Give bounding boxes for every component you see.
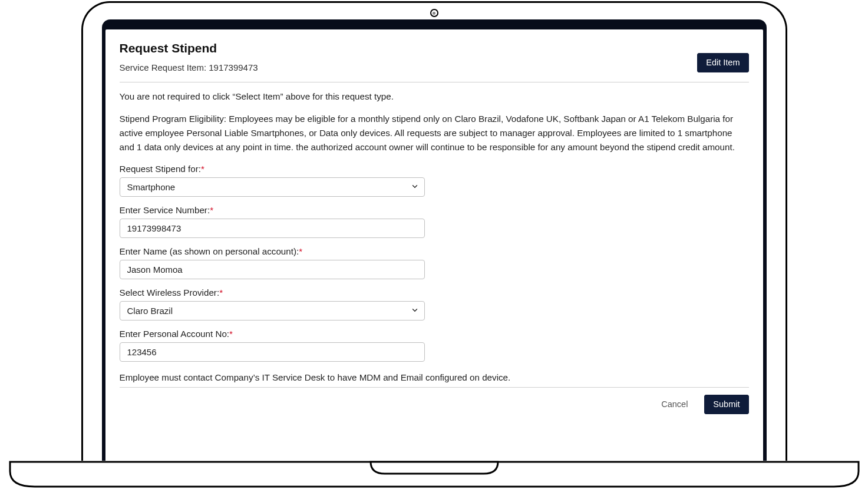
account-no-input[interactable] bbox=[120, 342, 425, 362]
provider-label: Select Wireless Provider:* bbox=[120, 287, 749, 298]
eligibility-text: Stipend Program Eligibility: Employees m… bbox=[120, 112, 749, 154]
laptop-base bbox=[9, 461, 860, 496]
required-marker: * bbox=[299, 246, 302, 256]
service-number-label: Enter Service Number:* bbox=[120, 205, 749, 215]
account-no-label: Enter Personal Account No:* bbox=[120, 329, 749, 339]
header-row: Request Stipend Service Request Item: 19… bbox=[120, 41, 749, 78]
name-input[interactable] bbox=[120, 260, 425, 279]
field-provider: Select Wireless Provider:* Claro Brazil bbox=[120, 287, 749, 320]
field-account-no: Enter Personal Account No:* bbox=[120, 329, 749, 362]
field-name: Enter Name (as shown on personal account… bbox=[120, 246, 749, 279]
intro-note: You are not required to click “Select It… bbox=[120, 90, 749, 104]
laptop-screen: Request Stipend Service Request Item: 19… bbox=[102, 19, 767, 461]
field-service-number: Enter Service Number:* bbox=[120, 205, 749, 238]
edit-item-button[interactable]: Edit Item bbox=[697, 53, 748, 72]
label-text: Enter Personal Account No: bbox=[120, 329, 230, 339]
service-request-item-label: Service Request Item: 1917399473 bbox=[120, 62, 258, 78]
label-text: Request Stipend for: bbox=[120, 164, 201, 174]
cancel-button[interactable]: Cancel bbox=[655, 395, 694, 414]
divider bbox=[120, 82, 749, 82]
app-window: Request Stipend Service Request Item: 19… bbox=[105, 29, 763, 461]
stipend-for-label: Request Stipend for:* bbox=[120, 164, 749, 174]
page-title: Request Stipend bbox=[120, 41, 258, 55]
footer-note: Employee must contact Company’s IT Servi… bbox=[120, 372, 749, 382]
name-label: Enter Name (as shown on personal account… bbox=[120, 246, 749, 256]
label-text: Select Wireless Provider: bbox=[120, 287, 220, 298]
required-marker: * bbox=[219, 287, 223, 298]
divider bbox=[120, 387, 749, 388]
submit-button[interactable]: Submit bbox=[704, 395, 748, 414]
required-marker: * bbox=[229, 329, 233, 339]
label-text: Enter Name (as shown on personal account… bbox=[120, 246, 299, 256]
required-marker: * bbox=[201, 164, 204, 174]
laptop-frame: Request Stipend Service Request Item: 19… bbox=[81, 1, 787, 461]
form-actions: Cancel Submit bbox=[120, 395, 749, 414]
stipend-form: Request Stipend for:* Smartphone Enter S… bbox=[120, 164, 749, 362]
required-marker: * bbox=[210, 205, 213, 215]
provider-select[interactable]: Claro Brazil bbox=[120, 301, 425, 320]
field-stipend-for: Request Stipend for:* Smartphone bbox=[120, 164, 749, 197]
label-text: Enter Service Number: bbox=[120, 205, 210, 215]
stipend-for-select[interactable]: Smartphone bbox=[120, 177, 425, 197]
laptop-bezel: Request Stipend Service Request Item: 19… bbox=[81, 1, 787, 461]
camera-icon bbox=[430, 9, 438, 17]
service-number-input[interactable] bbox=[120, 219, 425, 238]
